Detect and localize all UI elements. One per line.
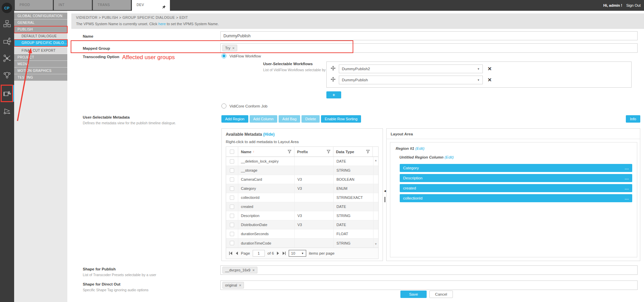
table-row[interactable]: collectionId STRINGEXACT xyxy=(226,193,378,202)
last-page-icon[interactable] xyxy=(282,252,286,255)
sign-out-link[interactable]: Sign Out xyxy=(626,3,641,7)
remove-tag-icon[interactable]: × xyxy=(252,268,254,272)
remove-tag-icon[interactable]: × xyxy=(239,283,241,287)
more-options-icon[interactable]: ... xyxy=(625,176,629,180)
column-prefix[interactable]: Prefix xyxy=(297,150,308,154)
layout-item-category[interactable]: Category ... xyxy=(400,164,632,172)
more-options-icon[interactable]: ... xyxy=(625,166,629,170)
tab-trans[interactable]: TRANS xyxy=(93,0,131,10)
select-all-checkbox[interactable] xyxy=(230,149,234,154)
column-name[interactable]: Name xyxy=(241,150,251,154)
nav-item-media[interactable]: MEDIA xyxy=(14,61,67,68)
remove-workflow-icon[interactable]: ✕ xyxy=(488,77,492,83)
nav-item-group-specific-dialogue[interactable]: GROUP SPECIFIC DIALO... xyxy=(14,40,67,46)
add-region-button[interactable]: Add Region xyxy=(221,115,248,123)
hide-link[interactable]: (Hide) xyxy=(263,132,275,137)
table-row[interactable]: Category V3 ENUM xyxy=(226,184,378,193)
collapse-left-icon[interactable]: ◀ xyxy=(384,189,386,192)
table-row[interactable]: DistributionDate V3 DATE xyxy=(226,220,378,229)
remove-workflow-icon[interactable]: ✕ xyxy=(488,66,492,72)
nav-item-testing[interactable]: TESTING xyxy=(14,74,67,81)
nav-item-project[interactable]: PROJECT xyxy=(14,54,67,61)
more-options-icon[interactable]: ... xyxy=(625,196,629,200)
row-checkbox[interactable] xyxy=(230,205,234,209)
workflow-dropdown[interactable]: DummyPublish2 ▼ xyxy=(339,64,483,73)
add-workflow-button[interactable]: + xyxy=(326,91,341,98)
mapped-group-tag[interactable]: Try × xyxy=(222,45,237,51)
workflow-dropdown[interactable]: DummyPublish ▼ xyxy=(339,76,483,84)
nav-item-motion-graphics[interactable]: MOTION GRAPHICS xyxy=(14,68,67,74)
row-checkbox[interactable] xyxy=(230,186,234,191)
filter-icon[interactable] xyxy=(327,150,330,154)
pin-icon[interactable] xyxy=(162,3,166,13)
layout-item-collectionid[interactable]: collectionId ... xyxy=(400,194,632,202)
shape-publish-field[interactable]: __dvcpro_16x9 × xyxy=(220,265,638,275)
cancel-button[interactable]: Cancel xyxy=(429,291,453,298)
nav-item-default-dialogue[interactable]: DEFAULT DIALOGUE xyxy=(14,33,67,40)
info-button[interactable]: Info xyxy=(626,115,640,123)
row-checkbox[interactable] xyxy=(230,168,234,173)
scroll-up-icon[interactable]: ▲ xyxy=(374,159,377,162)
remove-tag-icon[interactable]: × xyxy=(232,46,234,50)
column-edit-link[interactable]: (Edit) xyxy=(444,155,454,159)
here-link[interactable]: here xyxy=(158,22,166,26)
row-checkbox[interactable] xyxy=(230,177,234,182)
shape-direct-field[interactable]: original × xyxy=(220,281,638,290)
nav-item-publish[interactable]: PUBLISH xyxy=(14,26,67,33)
topology-icon[interactable] xyxy=(3,71,11,79)
name-input[interactable] xyxy=(220,31,638,40)
table-row[interactable]: __storage STRING xyxy=(226,166,378,175)
tab-dev[interactable]: DEV xyxy=(132,0,170,11)
drag-handle-icon[interactable] xyxy=(331,77,335,83)
column-data-type[interactable]: Data Type xyxy=(336,150,354,154)
row-checkbox[interactable] xyxy=(230,232,234,236)
save-button[interactable]: Save xyxy=(400,291,427,298)
shape-direct-tag[interactable]: original × xyxy=(222,282,244,289)
vector-icon[interactable] xyxy=(3,107,11,116)
delete-button[interactable]: Delete xyxy=(301,115,320,123)
filter-icon[interactable] xyxy=(288,150,291,154)
region-edit-link[interactable]: (Edit) xyxy=(415,146,424,150)
panel-splitter[interactable]: ◀ xyxy=(384,128,386,261)
table-row[interactable]: CameraCard V3 BOOLEAN xyxy=(226,175,378,184)
page-number-input[interactable] xyxy=(253,250,265,257)
layout-item-created[interactable]: created ... xyxy=(400,184,632,192)
row-checkbox[interactable] xyxy=(230,241,234,245)
filter-icon[interactable] xyxy=(366,150,370,154)
layout-item-description[interactable]: Description ... xyxy=(400,174,632,182)
add-bag-button[interactable]: Add Bag xyxy=(279,115,300,123)
nav-item-global-configuration[interactable]: GLOBAL CONFIGURATION xyxy=(14,13,67,19)
first-page-icon[interactable] xyxy=(229,252,233,255)
row-checkbox[interactable] xyxy=(230,196,234,200)
table-row[interactable]: durationTimeCode STRING xyxy=(226,239,378,248)
splitter-handle[interactable] xyxy=(385,197,385,202)
modules-icon[interactable] xyxy=(3,19,11,28)
row-checkbox[interactable] xyxy=(230,223,234,227)
radio-unselected-icon[interactable] xyxy=(221,103,226,109)
chevron-down-icon[interactable]: ▼ xyxy=(477,79,480,82)
table-row[interactable]: __deletion_lock_expiry DATE xyxy=(226,157,378,166)
avatar[interactable]: CP xyxy=(2,3,12,13)
vidiflow-workflow-radio[interactable]: VidiFlow Workflow xyxy=(221,53,261,58)
vidicore-conform-radio[interactable]: VidiCore Conform Job xyxy=(221,103,267,109)
shape-publish-tag[interactable]: __dvcpro_16x9 × xyxy=(222,267,257,273)
table-row[interactable]: durationSeconds FLOAT xyxy=(226,229,378,239)
tab-prod[interactable]: PROD xyxy=(15,0,53,10)
drag-handle-icon[interactable] xyxy=(331,66,335,72)
tab-int[interactable]: INT xyxy=(54,0,92,10)
mapped-group-field[interactable]: Try × xyxy=(220,43,638,53)
integration-icon[interactable] xyxy=(3,37,11,46)
row-checkbox[interactable] xyxy=(230,214,234,218)
add-column-button[interactable]: Add Column xyxy=(250,115,278,123)
nav-item-final-cut-export[interactable]: FINAL CUT EXPORT xyxy=(14,47,67,54)
scroll-down-icon[interactable]: ▼ xyxy=(374,243,377,246)
prev-page-icon[interactable] xyxy=(236,252,238,255)
table-row[interactable]: created DATE xyxy=(226,202,378,211)
items-per-page-select[interactable]: 10 ▼ xyxy=(289,250,306,257)
table-row[interactable]: Description V3 STRING xyxy=(226,211,378,220)
workflow-icon[interactable] xyxy=(3,54,11,63)
more-options-icon[interactable]: ... xyxy=(625,186,629,190)
next-page-icon[interactable] xyxy=(277,252,279,255)
chevron-down-icon[interactable]: ▼ xyxy=(477,68,480,71)
enable-row-sorting-button[interactable]: Enable Row Sorting xyxy=(321,115,361,123)
